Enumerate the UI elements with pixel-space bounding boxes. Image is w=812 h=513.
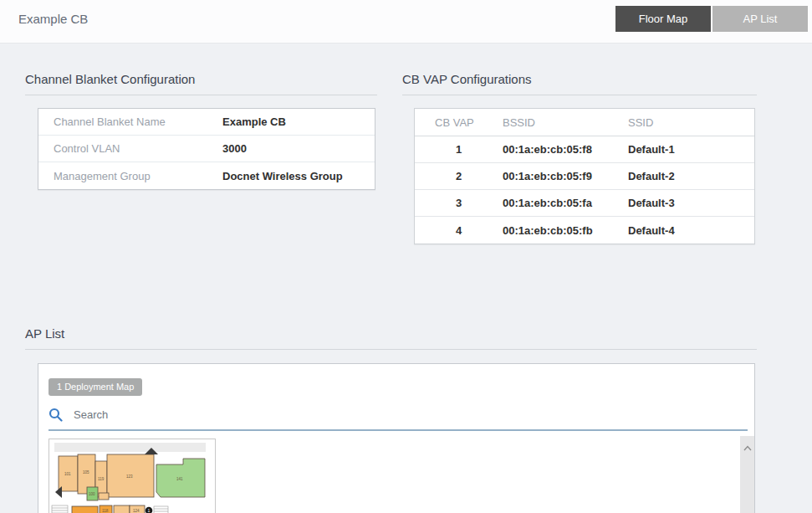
bssid-cell: 00:1a:eb:cb:05:f8 (503, 143, 628, 156)
bssid-cell: 00:1a:eb:cb:05:f9 (503, 170, 628, 182)
table-row: 4 00:1a:eb:cb:05:fb Default-4 (415, 217, 754, 244)
floor-map-rooms (59, 454, 205, 513)
svg-text:100: 100 (89, 492, 95, 496)
ssid-cell: Default-2 (628, 170, 754, 182)
deployment-map-thumbnail[interactable]: 101 105 119 100 123 141 118 124 1 (49, 439, 216, 513)
page-title: Example CB (18, 12, 88, 26)
ssid-cell: Default-4 (628, 224, 754, 237)
config-value: Docnet Wireless Group (222, 170, 343, 182)
svg-text:123: 123 (126, 475, 133, 479)
ssid-cell: Default-1 (628, 143, 754, 156)
cb-config-table: Channel Blanket Name Example CB Control … (38, 108, 375, 190)
section-divider (402, 95, 757, 95)
config-label: Control VLAN (38, 142, 222, 155)
ap-list-title: AP List (25, 326, 757, 341)
cb-config-section: Channel Blanket Configuration (25, 72, 377, 95)
header: Example CB Floor Map AP List (0, 0, 812, 44)
table-row: 3 00:1a:eb:cb:05:fa Default-3 (415, 190, 754, 217)
vap-config-title: CB VAP Configurations (402, 72, 757, 86)
config-value: 3000 (222, 142, 247, 155)
svg-text:105: 105 (83, 470, 89, 475)
section-divider (25, 95, 377, 95)
ssid-cell: Default-3 (628, 197, 754, 209)
column-header-cbvap: CB VAP (415, 116, 503, 129)
config-value: Example CB (222, 115, 286, 128)
bssid-cell: 00:1a:eb:cb:05:fb (503, 224, 628, 237)
search-bar (49, 408, 748, 431)
ap-list-button[interactable]: AP List (712, 6, 808, 32)
svg-text:119: 119 (98, 477, 105, 481)
view-toggle: Floor Map AP List (615, 6, 808, 32)
cbvap-cell: 1 (415, 143, 503, 156)
svg-text:141: 141 (176, 477, 183, 481)
table-row: 2 00:1a:eb:cb:05:f9 Default-2 (415, 163, 754, 190)
vap-config-table: CB VAP BSSID SSID 1 00:1a:eb:cb:05:f8 De… (414, 108, 755, 244)
svg-text:1: 1 (148, 508, 151, 513)
cbvap-cell: 4 (415, 224, 503, 237)
scroll-up-icon[interactable] (743, 440, 753, 513)
floor-map-button[interactable]: Floor Map (615, 6, 711, 32)
config-label: Channel Blanket Name (38, 115, 222, 128)
table-row: Channel Blanket Name Example CB (38, 109, 375, 136)
svg-text:124: 124 (133, 509, 140, 513)
column-header-ssid: SSID (628, 116, 754, 129)
ap-list-section: AP List (25, 326, 757, 350)
search-input[interactable] (74, 408, 748, 421)
table-row: Control VLAN 3000 (38, 136, 375, 162)
config-label: Management Group (38, 170, 222, 182)
table-row: 1 00:1a:eb:cb:05:f8 Default-1 (415, 136, 754, 163)
cb-config-title: Channel Blanket Configuration (25, 72, 377, 86)
hallway-strip (54, 443, 206, 452)
section-divider (25, 349, 757, 350)
search-icon (49, 408, 63, 422)
vertical-scrollbar[interactable] (740, 436, 754, 513)
page: { "colors": { "page_bg": "#eff1f4", "acc… (0, 0, 812, 513)
svg-text:118: 118 (102, 509, 109, 513)
vap-config-section: CB VAP Configurations (402, 72, 757, 95)
bssid-cell: 00:1a:eb:cb:05:fa (503, 197, 628, 209)
ap-marker: 1 (146, 507, 153, 513)
table-header-row: CB VAP BSSID SSID (415, 109, 754, 136)
ap-list-card: 1 Deployment Map (38, 363, 755, 513)
svg-text:101: 101 (64, 472, 71, 476)
table-row: Management Group Docnet Wireless Group (38, 162, 375, 189)
column-header-bssid: BSSID (503, 116, 628, 129)
cbvap-cell: 2 (415, 170, 503, 182)
cbvap-cell: 3 (415, 197, 503, 209)
deployment-map-badge[interactable]: 1 Deployment Map (49, 378, 142, 396)
